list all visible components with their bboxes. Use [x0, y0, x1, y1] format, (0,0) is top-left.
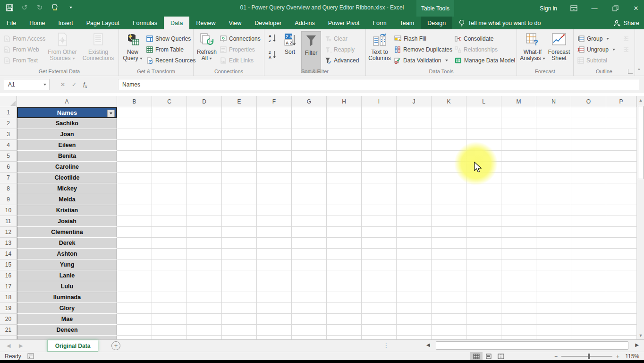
- column-header-M[interactable]: M: [501, 96, 536, 107]
- customize-qat-button[interactable]: [65, 3, 75, 12]
- row-header-8[interactable]: 8: [0, 183, 17, 194]
- manage-data-model-button[interactable]: Manage Data Model: [455, 55, 515, 65]
- tab-insert[interactable]: Insert: [52, 17, 80, 29]
- table-cell[interactable]: Cleotilde: [17, 173, 117, 183]
- new-query-button[interactable]: New Query: [122, 32, 144, 61]
- row-header-15[interactable]: 15: [0, 259, 17, 270]
- table-cell[interactable]: Eileen: [17, 140, 117, 151]
- tab-add-ins[interactable]: Add-ins: [288, 17, 321, 29]
- ribbon-display-options-button[interactable]: [569, 4, 578, 13]
- sheet-nav-left-icon[interactable]: ◀: [7, 343, 10, 349]
- row-header-10[interactable]: 10: [0, 205, 17, 216]
- connections-button[interactable]: Connections: [220, 34, 261, 43]
- select-all-button[interactable]: [0, 96, 17, 107]
- from-text-button[interactable]: From Text: [4, 55, 38, 65]
- from-table-button[interactable]: From Table: [146, 44, 184, 54]
- relationships-button[interactable]: Relationships: [455, 44, 498, 54]
- tab-formulas[interactable]: Formulas: [126, 17, 164, 29]
- tab-review[interactable]: Review: [189, 17, 222, 29]
- sign-in-button[interactable]: Sign in: [540, 5, 557, 12]
- zoom-in-button[interactable]: +: [616, 353, 619, 360]
- hide-detail-button[interactable]: [623, 44, 629, 54]
- group-button[interactable]: Group: [577, 34, 609, 43]
- row-header-17[interactable]: 17: [0, 281, 17, 292]
- column-header-I[interactable]: I: [362, 96, 397, 107]
- tab-design[interactable]: Design: [421, 17, 452, 29]
- tab-team[interactable]: Team: [393, 17, 421, 29]
- scroll-down-arrow[interactable]: ▼: [637, 331, 644, 339]
- clear-filter-button[interactable]: Clear: [325, 34, 347, 43]
- row-header-5[interactable]: 5: [0, 151, 17, 162]
- table-cell[interactable]: Kristian: [17, 205, 117, 216]
- table-cell[interactable]: Lanie: [17, 270, 117, 281]
- worksheet-grid[interactable]: ABCDEFGHIJKLMNOP 12345678910111213141516…: [0, 96, 636, 339]
- table-cell[interactable]: Glory: [17, 303, 117, 314]
- column-header-P[interactable]: P: [606, 96, 636, 107]
- sheet-tab-original-data[interactable]: Original Data: [47, 340, 98, 352]
- page-break-preview-button[interactable]: [495, 352, 507, 361]
- sort-button[interactable]: Z AA Z Sort: [280, 32, 299, 55]
- filter-dropdown-button[interactable]: [107, 110, 115, 117]
- table-cell[interactable]: Clementina: [17, 227, 117, 238]
- forecast-sheet-button[interactable]: Forecast Sheet: [546, 32, 572, 61]
- column-header-K[interactable]: K: [432, 96, 466, 107]
- table-cell[interactable]: Sachiko: [17, 118, 117, 129]
- tab-file[interactable]: File: [0, 17, 23, 29]
- ungroup-button[interactable]: Ungroup: [577, 44, 615, 54]
- close-button[interactable]: ✕: [632, 4, 640, 13]
- remove-duplicates-button[interactable]: Remove Duplicates: [394, 44, 452, 54]
- column-header-O[interactable]: O: [571, 96, 606, 107]
- text-to-columns-button[interactable]: Text to Columns: [368, 32, 391, 61]
- column-header-G[interactable]: G: [292, 96, 327, 107]
- consolidate-button[interactable]: Consolidate: [455, 34, 493, 43]
- horizontal-scroll-thumb[interactable]: [436, 341, 628, 350]
- column-header-F[interactable]: F: [257, 96, 292, 107]
- new-sheet-button[interactable]: +: [111, 341, 120, 350]
- recent-sources-button[interactable]: Recent Sources: [146, 55, 195, 65]
- tab-page-layout[interactable]: Page Layout: [80, 17, 126, 29]
- row-header-partial[interactable]: [0, 336, 17, 339]
- horizontal-scrollbar[interactable]: ◀ ▶: [423, 341, 643, 350]
- row-header-13[interactable]: 13: [0, 238, 17, 249]
- normal-view-button[interactable]: [470, 352, 483, 361]
- enter-button[interactable]: ✓: [72, 81, 76, 88]
- scroll-up-arrow[interactable]: ▲: [637, 96, 644, 104]
- qat-custom-button[interactable]: [50, 3, 59, 12]
- column-header-C[interactable]: C: [152, 96, 187, 107]
- advanced-filter-button[interactable]: Advanced: [325, 55, 359, 65]
- zoom-slider-thumb[interactable]: [588, 354, 590, 359]
- row-header-1[interactable]: 1: [0, 107, 17, 118]
- show-queries-button[interactable]: Show Queries: [146, 34, 191, 43]
- column-header-J[interactable]: J: [397, 96, 432, 107]
- what-if-analysis-button[interactable]: ? What-If Analysis: [520, 32, 545, 61]
- filter-button[interactable]: Filter: [301, 31, 321, 73]
- row-header-14[interactable]: 14: [0, 249, 17, 259]
- splitter-handle[interactable]: ⋮: [383, 342, 390, 349]
- table-cell[interactable]: Caroline: [17, 162, 117, 173]
- row-header-16[interactable]: 16: [0, 270, 17, 281]
- row-header-9[interactable]: 9: [0, 194, 17, 205]
- row-header-4[interactable]: 4: [0, 140, 17, 151]
- sort-ascending-button[interactable]: AZ: [268, 33, 277, 43]
- zoom-out-button[interactable]: −: [554, 353, 558, 360]
- subtotal-button[interactable]: Subtotal: [577, 55, 607, 65]
- undo-button[interactable]: ↺: [20, 3, 29, 12]
- table-cell-partial[interactable]: [17, 336, 117, 339]
- tab-developer[interactable]: Developer: [248, 17, 288, 29]
- column-header-H[interactable]: H: [327, 96, 362, 107]
- existing-connections-button[interactable]: Existing Connections: [80, 32, 116, 61]
- cancel-button[interactable]: ✕: [60, 81, 65, 88]
- sheet-nav-right-icon[interactable]: ▶: [19, 343, 23, 349]
- refresh-all-button[interactable]: Refresh All: [195, 32, 218, 61]
- collapse-ribbon-button[interactable]: ⌃: [637, 68, 641, 74]
- table-cell[interactable]: Deneen: [17, 325, 117, 336]
- reapply-filter-button[interactable]: Reapply: [325, 44, 355, 54]
- insert-function-button[interactable]: fx: [83, 80, 87, 89]
- column-header-E[interactable]: E: [222, 96, 257, 107]
- table-cell[interactable]: Derek: [17, 238, 117, 249]
- scroll-right-arrow[interactable]: ▶: [635, 342, 639, 347]
- empty-cells-area[interactable]: [117, 107, 636, 339]
- column-header-L[interactable]: L: [466, 96, 501, 107]
- macro-record-icon[interactable]: [27, 353, 34, 359]
- table-cell[interactable]: Mae: [17, 314, 117, 325]
